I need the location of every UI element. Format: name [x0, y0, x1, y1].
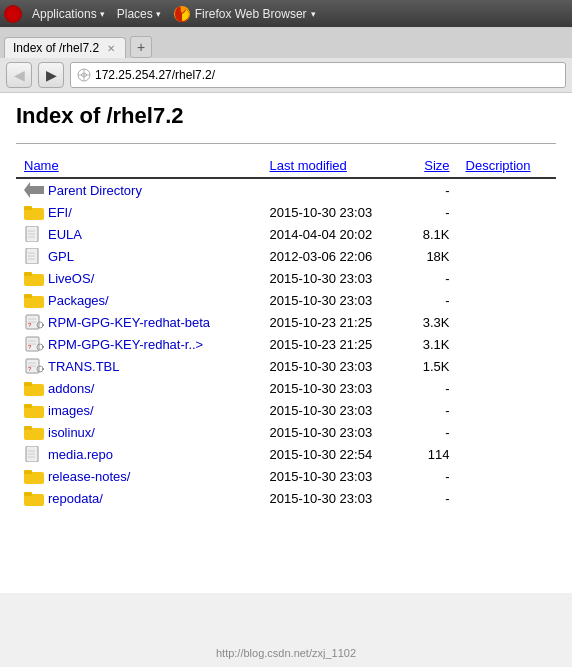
- file-link[interactable]: isolinux/: [48, 425, 95, 440]
- file-size: -: [406, 421, 458, 443]
- file-modified: 2015-10-30 23:03: [261, 267, 405, 289]
- file-table: Name Last modified Size Description Pare…: [16, 154, 556, 509]
- file-cell: ? RPM-GPG-KEY-redhat-beta: [16, 311, 261, 333]
- folder-icon: [24, 468, 44, 484]
- file-icon: [24, 226, 44, 242]
- browser-window: Index of /rhel7.2 ✕ + ◀ ▶ Index of /rhel…: [0, 27, 572, 593]
- folder-icon: [24, 490, 44, 506]
- col-description[interactable]: Description: [458, 154, 556, 178]
- folder-icon: [24, 380, 44, 396]
- file-link[interactable]: Packages/: [48, 293, 109, 308]
- file-size: -: [406, 399, 458, 421]
- file-description: [458, 443, 556, 465]
- table-row: Packages/2015-10-30 23:03-: [16, 289, 556, 311]
- address-container: [70, 62, 566, 88]
- tab-title: Index of /rhel7.2: [13, 41, 99, 55]
- file-link[interactable]: EULA: [48, 227, 82, 242]
- file-modified: 2015-10-30 23:03: [261, 355, 405, 377]
- file-cell: LiveOS/: [16, 267, 261, 289]
- folder-icon: [24, 424, 44, 440]
- svg-rect-38: [42, 368, 44, 370]
- address-input[interactable]: [95, 68, 559, 82]
- col-size[interactable]: Size: [406, 154, 458, 178]
- file-link[interactable]: LiveOS/: [48, 271, 94, 286]
- file-cell: GPL: [16, 245, 261, 267]
- svg-marker-4: [24, 182, 44, 198]
- svg-rect-18: [24, 272, 32, 276]
- places-menu[interactable]: Places ▾: [111, 5, 167, 23]
- file-description: [458, 201, 556, 223]
- file-size: -: [406, 201, 458, 223]
- file-cell: images/: [16, 399, 261, 421]
- folder-icon: [24, 292, 44, 308]
- svg-rect-45: [24, 404, 32, 408]
- table-row: repodata/2015-10-30 23:03-: [16, 487, 556, 509]
- file-cell: isolinux/: [16, 421, 261, 443]
- file-link[interactable]: TRANS.TBL: [48, 359, 120, 374]
- file-cell: Packages/: [16, 289, 261, 311]
- file-description: [458, 245, 556, 267]
- table-row: ? RPM-GPG-KEY-redhat-beta2015-10-23 21:2…: [16, 311, 556, 333]
- table-row: ? RPM-GPG-KEY-redhat-r..>2015-10-23 21:2…: [16, 333, 556, 355]
- file-size: 18K: [406, 245, 458, 267]
- file-link[interactable]: EFI/: [48, 205, 72, 220]
- file-modified: 2015-10-30 23:03: [261, 201, 405, 223]
- key-file-icon: ?: [24, 314, 44, 330]
- forward-button[interactable]: ▶: [38, 62, 64, 88]
- file-description: [458, 377, 556, 399]
- folder-icon: [24, 270, 44, 286]
- parent-icon: [24, 182, 44, 198]
- file-link[interactable]: media.repo: [48, 447, 113, 462]
- svg-rect-48: [24, 426, 32, 430]
- applications-label: Applications: [32, 7, 97, 21]
- file-link[interactable]: RPM-GPG-KEY-redhat-r..>: [48, 337, 203, 352]
- file-cell: ? TRANS.TBL: [16, 355, 261, 377]
- file-list: Parent Directory- EFI/2015-10-30 23:03- …: [16, 178, 556, 509]
- file-modified: 2015-10-30 23:03: [261, 399, 405, 421]
- file-modified: 2015-10-30 23:03: [261, 421, 405, 443]
- tab-close-button[interactable]: ✕: [105, 43, 117, 54]
- col-modified[interactable]: Last modified: [261, 154, 405, 178]
- col-name[interactable]: Name: [16, 154, 261, 178]
- file-cell: Parent Directory: [16, 179, 261, 201]
- file-cell: repodata/: [16, 487, 261, 509]
- table-row: GPL2012-03-06 22:0618K: [16, 245, 556, 267]
- file-description: [458, 267, 556, 289]
- file-modified: 2015-10-23 21:25: [261, 333, 405, 355]
- file-modified: 2015-10-30 23:03: [261, 465, 405, 487]
- key-file-icon: ?: [24, 336, 44, 352]
- firefox-button[interactable]: Firefox Web Browser ▾: [167, 3, 322, 25]
- key-file-icon: ?: [24, 358, 44, 374]
- folder-icon: [24, 204, 44, 220]
- active-tab[interactable]: Index of /rhel7.2 ✕: [4, 37, 126, 58]
- file-description: [458, 421, 556, 443]
- new-tab-button[interactable]: +: [130, 36, 152, 58]
- table-header-row: Name Last modified Size Description: [16, 154, 556, 178]
- page-icon: [77, 68, 91, 82]
- back-button[interactable]: ◀: [6, 62, 32, 88]
- file-description: [458, 178, 556, 201]
- file-link[interactable]: repodata/: [48, 491, 103, 506]
- file-link[interactable]: Parent Directory: [48, 183, 142, 198]
- file-link[interactable]: images/: [48, 403, 94, 418]
- tab-bar: Index of /rhel7.2 ✕ +: [0, 28, 572, 58]
- file-modified: 2015-10-30 23:03: [261, 487, 405, 509]
- file-modified: 2012-03-06 22:06: [261, 245, 405, 267]
- file-modified: 2015-10-23 21:25: [261, 311, 405, 333]
- table-row: addons/2015-10-30 23:03-: [16, 377, 556, 399]
- file-link[interactable]: GPL: [48, 249, 74, 264]
- file-cell: EFI/: [16, 201, 261, 223]
- os-logo: [4, 5, 22, 23]
- file-size: -: [406, 487, 458, 509]
- file-link[interactable]: release-notes/: [48, 469, 130, 484]
- file-description: [458, 223, 556, 245]
- table-row: Parent Directory-: [16, 178, 556, 201]
- file-link[interactable]: addons/: [48, 381, 94, 396]
- applications-menu[interactable]: Applications ▾: [26, 5, 111, 23]
- page-title: Index of /rhel7.2: [16, 103, 556, 133]
- firefox-label: Firefox Web Browser: [195, 7, 307, 21]
- table-row: LiveOS/2015-10-30 23:03-: [16, 267, 556, 289]
- file-cell: EULA: [16, 223, 261, 245]
- file-link[interactable]: RPM-GPG-KEY-redhat-beta: [48, 315, 210, 330]
- file-modified: 2015-10-30 23:03: [261, 377, 405, 399]
